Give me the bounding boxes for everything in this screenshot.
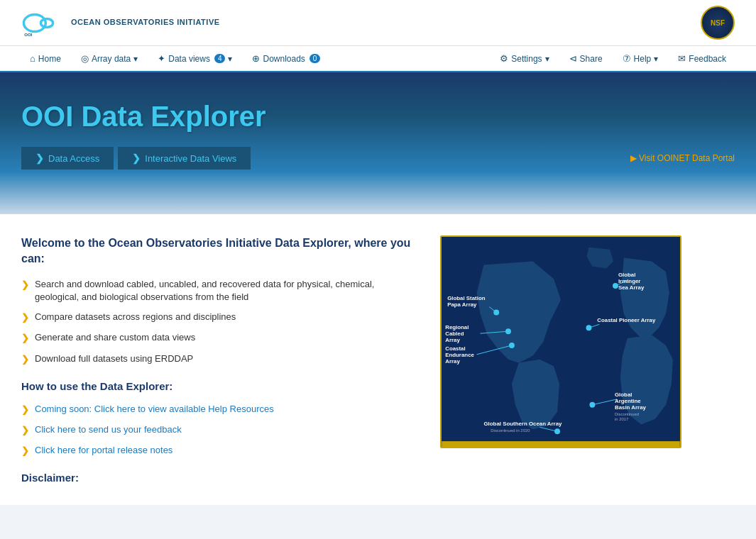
dropdown-arrow-array: ▾	[133, 54, 138, 64]
nsf-logo: NSF	[701, 6, 735, 40]
content-right: Global Station Papa Array Regional Cable…	[440, 235, 689, 484]
logo: OOI OCEAN OBSERVATORIES INITIATIVE	[21, 7, 220, 39]
svg-text:Regional: Regional	[445, 324, 469, 330]
help-icon: ⑦	[623, 53, 631, 64]
svg-text:in 2017: in 2017	[615, 417, 628, 421]
svg-text:Endurance: Endurance	[445, 352, 474, 358]
portal-link[interactable]: ▶ Visit OOINET Data Portal	[630, 153, 735, 163]
list-item: ❯ Search and download cabled, uncabled, …	[21, 278, 419, 304]
svg-text:OOI: OOI	[24, 33, 32, 37]
nav-feedback[interactable]: ✉ Feedback	[669, 46, 735, 71]
list-item: ❯ Coming soon: Click here to view availa…	[21, 403, 419, 416]
data-access-button[interactable]: ❯ Data Access	[21, 147, 114, 170]
feedback-icon: ✉	[678, 53, 686, 64]
ooi-logo-icon: OOI	[21, 7, 64, 39]
svg-text:Array: Array	[445, 337, 460, 343]
svg-text:Global Southern Ocean Array: Global Southern Ocean Array	[483, 421, 562, 427]
svg-text:Argentine: Argentine	[615, 398, 641, 404]
svg-text:Discontinued in 2020: Discontinued in 2020	[491, 428, 530, 433]
svg-text:Basin Array: Basin Array	[615, 404, 647, 411]
navigation: ⌂ Home ◎ Array data ▾ ✦ Data views 4 ▾ ⊕…	[0, 46, 756, 72]
download-icon: ⊕	[252, 53, 260, 64]
nav-help[interactable]: ⑦ Help ▾	[614, 46, 667, 71]
bullet-arrow-icon: ❯	[21, 332, 29, 345]
interactive-data-views-button[interactable]: ❯ Interactive Data Views	[118, 147, 251, 170]
svg-point-0	[23, 14, 45, 31]
list-item: ❯ Click here to send us your feedback	[21, 423, 419, 437]
bullet-arrow-icon: ❯	[21, 279, 29, 291]
nav-right: ⚙ Settings ▾ ⊲ Share ⑦ Help ▾ ✉ Feedback	[491, 46, 735, 71]
list-item: ❯ Compare datasets across regions and di…	[21, 311, 419, 324]
dropdown-arrow-help: ▾	[654, 54, 658, 64]
main-content: Welcome to the Ocean Observatories Initi…	[0, 214, 756, 505]
svg-point-14	[509, 343, 515, 348]
svg-text:Discontinued: Discontinued	[615, 412, 639, 416]
bullet-arrow-icon: ❯	[21, 424, 29, 437]
svg-rect-38	[442, 441, 679, 447]
welcome-bullets: ❯ Search and download cabled, uncabled, …	[21, 278, 419, 366]
hero-btn-group: ❯ Data Access ❯ Interactive Data Views	[21, 147, 255, 170]
share-icon: ⊲	[569, 53, 577, 64]
star-icon: ✦	[158, 53, 165, 64]
array-icon: ◎	[81, 53, 89, 64]
nav-data-views[interactable]: ✦ Data views 4 ▾	[149, 46, 241, 71]
svg-text:Global: Global	[618, 272, 636, 278]
svg-text:Coastal: Coastal	[445, 345, 465, 352]
welcome-title: Welcome to the Ocean Observatories Initi…	[21, 235, 419, 267]
hero-title: OOI Data Explorer	[21, 101, 735, 133]
settings-icon: ⚙	[500, 53, 508, 64]
dropdown-arrow-dataviews: ▾	[228, 54, 232, 64]
arrow-icon-data-access: ❯	[35, 152, 44, 164]
logo-text: OCEAN OBSERVATORIES INITIATIVE	[71, 17, 220, 28]
svg-text:Irminger: Irminger	[618, 278, 641, 284]
hero-buttons: ❯ Data Access ❯ Interactive Data Views ▶…	[21, 147, 735, 170]
list-item: ❯ Download full datasets using ERDDAP	[21, 352, 419, 366]
disclaimer-title: Disclaimer:	[21, 472, 419, 484]
nav-left: ⌂ Home ◎ Array data ▾ ✦ Data views 4 ▾ ⊕…	[21, 46, 491, 71]
dropdown-arrow-settings: ▾	[545, 54, 549, 64]
header: OOI OCEAN OBSERVATORIES INITIATIVE NSF	[0, 0, 756, 46]
map-container: Global Station Papa Array Regional Cable…	[440, 235, 681, 448]
hero-section: OOI Data Explorer ❯ Data Access ❯ Intera…	[0, 72, 756, 214]
bullet-arrow-icon: ❯	[21, 311, 29, 324]
nav-array-data[interactable]: ◎ Array data ▾	[72, 46, 146, 71]
svg-point-19	[613, 283, 618, 289]
list-item: ❯ Click here for portal release notes	[21, 444, 419, 457]
home-icon: ⌂	[30, 53, 35, 64]
svg-text:Array: Array	[445, 358, 460, 365]
nav-home[interactable]: ⌂ Home	[21, 46, 70, 71]
map-svg: Global Station Papa Array Regional Cable…	[442, 237, 680, 447]
svg-text:Cabled: Cabled	[445, 330, 464, 337]
list-item: ❯ Generate and share custom data views	[21, 331, 419, 345]
nav-share[interactable]: ⊲ Share	[561, 46, 611, 71]
bullet-arrow-icon: ❯	[21, 404, 29, 416]
content-left: Welcome to the Ocean Observatories Initi…	[21, 235, 419, 484]
arrow-icon-interactive: ❯	[132, 152, 141, 164]
how-to-title: How to use the Data Explorer:	[21, 380, 419, 392]
svg-text:Sea Array: Sea Array	[618, 284, 645, 291]
svg-text:Global: Global	[615, 391, 632, 398]
bullet-arrow-icon: ❯	[21, 445, 29, 457]
nav-settings[interactable]: ⚙ Settings ▾	[491, 46, 557, 71]
how-to-bullets: ❯ Coming soon: Click here to view availa…	[21, 403, 419, 458]
svg-text:Global Station: Global Station	[447, 295, 486, 301]
svg-text:Coastal Pioneer Array: Coastal Pioneer Array	[597, 317, 656, 323]
svg-text:Papa Array: Papa Array	[447, 301, 477, 308]
bullet-arrow-icon: ❯	[21, 353, 29, 366]
nav-downloads[interactable]: ⊕ Downloads 0	[243, 46, 329, 71]
